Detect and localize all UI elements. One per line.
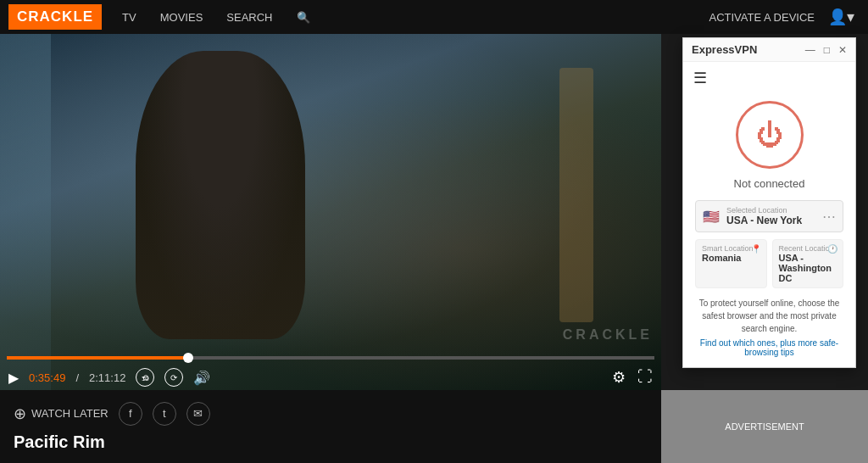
user-icon[interactable]: 👤▾: [828, 8, 854, 26]
play-button[interactable]: ▶: [8, 370, 19, 386]
watch-later-label: WATCH LATER: [31, 407, 108, 420]
email-icon: ✉: [193, 407, 203, 420]
vpn-flag-icon: 🇺🇸: [703, 209, 720, 225]
nav-right: ACTIVATE A DEVICE 👤▾: [709, 8, 855, 26]
vpn-power-icon: ⏻: [756, 120, 783, 151]
vpn-location-info: Selected Location USA - New York: [726, 206, 822, 226]
progress-thumb[interactable]: [183, 353, 193, 363]
watch-later-button[interactable]: ⊕ WATCH LATER: [14, 404, 108, 423]
vpn-recent-icon: 🕐: [827, 244, 837, 254]
fullscreen-icon[interactable]: ⛶: [637, 368, 653, 387]
movie-title: Pacific Rim: [14, 432, 648, 452]
nav-link-movies[interactable]: MOVIES: [160, 11, 203, 24]
bottom-actions: ⊕ WATCH LATER f t ✉: [14, 402, 648, 426]
vpn-message: To protect yourself online, choose the s…: [695, 297, 843, 335]
facebook-button[interactable]: f: [119, 402, 142, 426]
total-time: 2:11:12: [89, 371, 125, 384]
vpn-maximize-button[interactable]: □: [824, 44, 830, 56]
controls-right: ⚙ ⛶: [612, 368, 653, 387]
vpn-title: ExpressVPN: [692, 43, 757, 56]
activate-device-button[interactable]: ACTIVATE A DEVICE: [709, 11, 815, 24]
vpn-panel: ExpressVPN — □ ✕ ☰ ⏻ Not connected 🇺🇸 Se…: [682, 37, 856, 368]
vpn-header: ExpressVPN — □ ✕: [683, 38, 855, 62]
vpn-selected-label: Selected Location: [726, 206, 822, 215]
vpn-status: Not connected: [695, 177, 843, 190]
time-separator: /: [75, 371, 79, 384]
video-area: CRACKLE ▶ 0:35:49 / 2:11:12 ⟲10 ⟳ 🔊 ⚙ ⛶: [0, 34, 661, 390]
rewind-button[interactable]: ⟲10: [136, 368, 154, 387]
vpn-smart-location-card[interactable]: Smart Location Romania 📍: [695, 239, 767, 288]
logo[interactable]: CRACKLE: [8, 4, 102, 30]
vpn-menu-icon[interactable]: ☰: [683, 62, 855, 94]
vpn-location-row[interactable]: 🇺🇸 Selected Location USA - New York ⋯: [695, 200, 843, 232]
vpn-close-button[interactable]: ✕: [838, 44, 847, 56]
ad-label: ADVERTISEMENT: [725, 421, 804, 432]
twitter-button[interactable]: t: [153, 402, 176, 426]
twitter-icon: t: [163, 407, 166, 420]
progress-bar-container[interactable]: [0, 356, 661, 360]
volume-icon[interactable]: 🔊: [193, 370, 210, 386]
nav-links: TV MOVIES SEARCH 🔍: [122, 11, 309, 24]
bottom-bar: ⊕ WATCH LATER f t ✉ Pacific Rim: [0, 390, 661, 463]
vpn-selected-name: USA - New York: [726, 215, 822, 226]
vpn-suggestions: Smart Location Romania 📍 Recent Location…: [695, 239, 843, 288]
nav-link-search[interactable]: SEARCH: [226, 11, 272, 24]
controls-row: ▶ 0:35:49 / 2:11:12 ⟲10 ⟳ 🔊 ⚙ ⛶: [0, 368, 661, 387]
facebook-icon: f: [129, 407, 132, 420]
forward-button[interactable]: ⟳: [164, 368, 183, 387]
settings-icon[interactable]: ⚙: [612, 368, 626, 387]
progress-fill: [7, 356, 188, 360]
vpn-smart-icon: 📍: [751, 244, 761, 254]
ad-placeholder: ADVERTISEMENT: [661, 390, 868, 463]
vpn-body: ⏻ Not connected 🇺🇸 Selected Location USA…: [683, 94, 855, 367]
vpn-recent-location-card[interactable]: Recent Location USA - Washington DC 🕐: [772, 239, 844, 288]
vpn-link[interactable]: Find out which ones, plus more safe-brow…: [695, 338, 843, 357]
vpn-location-dots[interactable]: ⋯: [822, 209, 836, 225]
email-button[interactable]: ✉: [186, 402, 210, 426]
nav-link-tv[interactable]: TV: [122, 11, 136, 24]
search-icon[interactable]: 🔍: [297, 11, 310, 24]
video-watermark: CRACKLE: [563, 327, 653, 343]
vpn-power-ring[interactable]: ⏻: [736, 101, 804, 169]
vpn-minimize-button[interactable]: —: [805, 44, 815, 56]
navbar: CRACKLE TV MOVIES SEARCH 🔍 ACTIVATE A DE…: [0, 0, 868, 34]
current-time: 0:35:49: [29, 371, 65, 384]
vpn-recent-name: USA - Washington DC: [779, 253, 837, 283]
vpn-smart-name: Romania: [702, 253, 760, 263]
watch-later-icon: ⊕: [14, 404, 26, 423]
